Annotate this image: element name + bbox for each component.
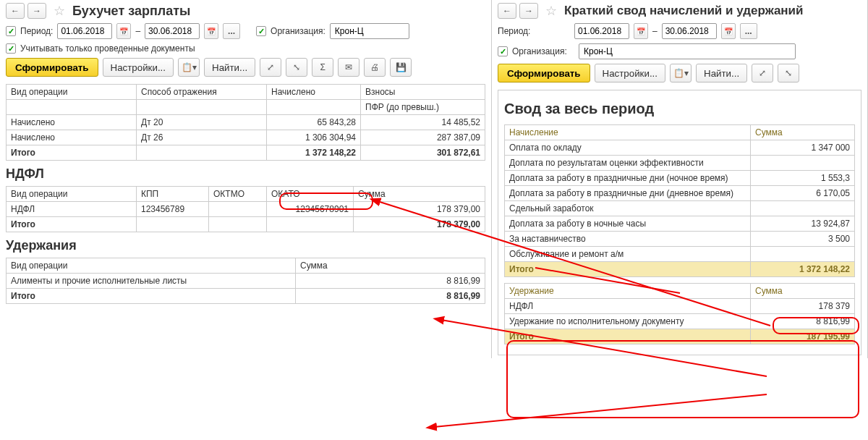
expand-icon[interactable]: ⤢ [752, 64, 773, 82]
deductions-heading: Удержания [6, 238, 485, 253]
posted-label: Учитывать только проведенные документы [20, 43, 195, 54]
table-row: Доплата за работу в праздничные дни (ноч… [505, 171, 855, 186]
table-row: НДФЛ12345678912345678901178 379,00 [7, 202, 485, 217]
table-row: Доплата по результатам оценки эффективно… [505, 156, 855, 171]
nav-back-button[interactable]: ← [6, 3, 25, 19]
find-button[interactable]: Найти... [204, 58, 255, 77]
table-row: Доплата за работу в ночные часы13 924,87 [505, 216, 855, 232]
calendar-icon[interactable]: 📅 [634, 23, 648, 39]
table-row: Алименты и прочие исполнительные листы8 … [7, 274, 485, 289]
period-label: Период: [498, 26, 570, 36]
copy-icon[interactable]: 📋▾ [670, 64, 692, 82]
date-to-input[interactable] [145, 23, 200, 39]
page-title: Бухучет зарплаты [72, 4, 190, 19]
email-icon[interactable]: ✉ [338, 58, 359, 77]
table-row: За наставничество3 500 [505, 232, 855, 247]
table-row: НачисленоДт 2065 843,2814 485,52 [7, 115, 485, 130]
settings-button[interactable]: Настройки... [595, 64, 665, 82]
page-title: Краткий свод начислений и удержаний [564, 4, 804, 18]
total-row: Итого187 195,99 [505, 329, 855, 344]
table-row: Доплата за работу в праздничные дни (дне… [505, 186, 855, 201]
deductions-table: Вид операцииСумма Алименты и прочие испо… [6, 258, 485, 304]
table-row: Удержание по исполнительному документу8 … [505, 314, 855, 329]
ndfl-table: Вид операции КПП ОКТМО ОКАТО Сумма НДФЛ1… [6, 186, 485, 232]
col-header: Начислено [267, 85, 361, 100]
org-label: Организация: [271, 26, 326, 36]
collapse-icon[interactable]: ⤡ [286, 58, 307, 77]
calendar-icon[interactable]: 📅 [204, 23, 218, 39]
collapse-icon[interactable]: ⤡ [778, 64, 799, 82]
table-row: Оплата по окладу1 347 000 [505, 140, 855, 156]
nav-fwd-button[interactable]: → [27, 3, 46, 19]
form-button[interactable]: Сформировать [498, 64, 590, 82]
org-input[interactable] [579, 43, 796, 59]
calendar-icon[interactable]: 📅 [721, 23, 736, 39]
table-row: НДФЛ178 379 [505, 299, 855, 314]
period-picker-button[interactable]: ... [740, 23, 757, 39]
date-from-input[interactable] [57, 23, 112, 39]
deductions-summary-table: УдержаниеСумма НДФЛ178 379 Удержание по … [504, 283, 855, 344]
col-header: Взносы [361, 85, 485, 100]
date-to-input[interactable] [662, 23, 717, 39]
ndfl-heading: НДФЛ [6, 166, 485, 182]
col-header: Вид операции [7, 85, 137, 100]
org-label: Организация: [512, 46, 574, 56]
accruals-table: Вид операции Способ отражения Начислено … [6, 84, 485, 161]
table-row: Обслуживание и ремонт а/м [505, 247, 855, 262]
posted-checkbox[interactable] [6, 43, 16, 54]
col-subheader: ПФР (до превыш.) [361, 100, 485, 115]
summary-heading: Свод за весь период [504, 101, 855, 117]
total-row: Итого1 372 148,22301 872,61 [7, 145, 485, 161]
org-checkbox[interactable] [256, 26, 266, 36]
copy-icon[interactable]: 📋▾ [178, 58, 200, 77]
total-row: Итого8 816,99 [7, 289, 485, 304]
period-picker-button[interactable]: ... [223, 23, 240, 39]
period-checkbox[interactable] [6, 26, 16, 36]
print-icon[interactable]: 🖨 [364, 58, 386, 77]
date-from-input[interactable] [574, 23, 629, 39]
nav-fwd-button[interactable]: → [519, 3, 538, 19]
period-label: Период: [20, 26, 53, 36]
col-header: Способ отражения [137, 85, 267, 100]
accruals-summary-table: НачислениеСумма Оплата по окладу1 347 00… [504, 124, 855, 277]
total-row: Итого1 372 148,22 [505, 262, 855, 277]
settings-button[interactable]: Настройки... [103, 58, 174, 77]
svg-line-2 [434, 394, 767, 427]
total-row: Итого178 379,00 [7, 217, 485, 232]
expand-icon[interactable]: ⤢ [260, 58, 281, 77]
table-row: Сдельный заработок [505, 201, 855, 216]
nav-back-button[interactable]: ← [498, 3, 516, 19]
sum-icon[interactable]: Σ [312, 58, 333, 77]
save-icon[interactable]: 💾 [390, 58, 412, 77]
star-icon[interactable]: ☆ [52, 4, 67, 18]
org-input[interactable] [330, 23, 409, 39]
table-row: НачисленоДт 261 306 304,94287 387,09 [7, 130, 485, 145]
star-icon[interactable]: ☆ [544, 4, 558, 18]
org-checkbox[interactable] [498, 46, 508, 56]
calendar-icon[interactable]: 📅 [116, 23, 131, 39]
form-button[interactable]: Сформировать [6, 58, 98, 77]
find-button[interactable]: Найти... [696, 64, 747, 82]
